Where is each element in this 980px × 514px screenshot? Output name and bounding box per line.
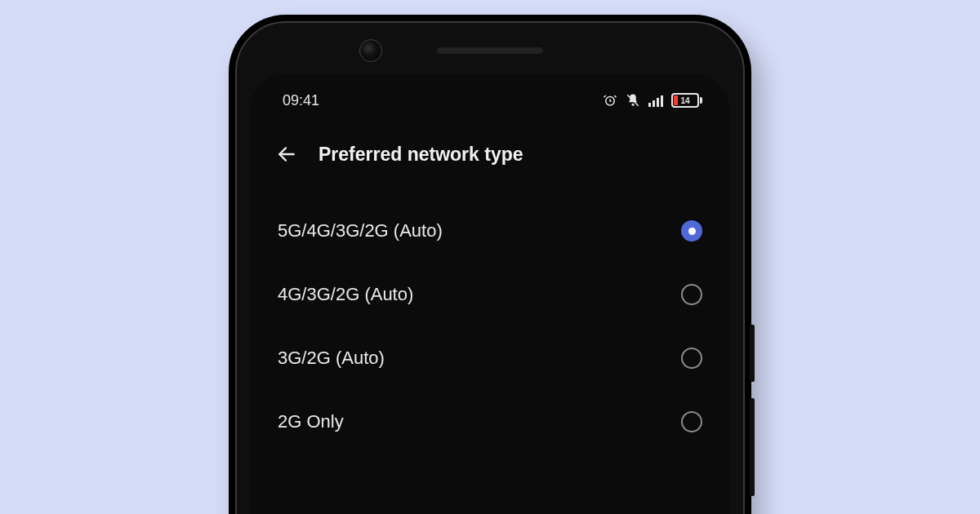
status-icons: 14 [603, 93, 702, 108]
alarm-icon [603, 93, 617, 108]
earpiece-speaker [437, 47, 543, 54]
network-option-label: 2G Only [278, 411, 344, 432]
phone-side-button [750, 325, 755, 382]
phone-frame: 09:41 [229, 15, 751, 514]
network-option-label: 5G/4G/3G/2G (Auto) [278, 220, 443, 241]
network-option-label: 4G/3G/2G (Auto) [278, 284, 413, 305]
radio-button[interactable] [681, 284, 702, 305]
phone-side-button [750, 398, 755, 496]
page-header: Preferred network type [250, 119, 730, 183]
screen: 09:41 [250, 73, 730, 514]
radio-button[interactable] [681, 348, 702, 369]
network-option[interactable]: 5G/4G/3G/2G (Auto) [278, 199, 702, 263]
status-time: 09:41 [283, 92, 319, 109]
phone-notch [237, 23, 743, 64]
page-title: Preferred network type [318, 144, 523, 166]
phone-bezel: 09:41 [235, 21, 745, 514]
network-option[interactable]: 2G Only [278, 390, 702, 454]
back-button[interactable] [274, 142, 299, 166]
signal-icon [648, 94, 663, 107]
network-option[interactable]: 3G/2G (Auto) [278, 326, 702, 390]
mute-icon [626, 93, 640, 108]
network-option[interactable]: 4G/3G/2G (Auto) [278, 263, 702, 326]
battery-level: 14 [680, 96, 689, 105]
network-options-list: 5G/4G/3G/2G (Auto)4G/3G/2G (Auto)3G/2G (… [250, 183, 730, 454]
svg-point-1 [632, 104, 635, 106]
front-camera [359, 39, 382, 62]
status-bar: 09:41 [250, 73, 730, 119]
radio-button[interactable] [681, 220, 702, 241]
network-option-label: 3G/2G (Auto) [278, 348, 385, 369]
battery-icon: 14 [671, 93, 702, 108]
radio-button[interactable] [681, 411, 702, 432]
